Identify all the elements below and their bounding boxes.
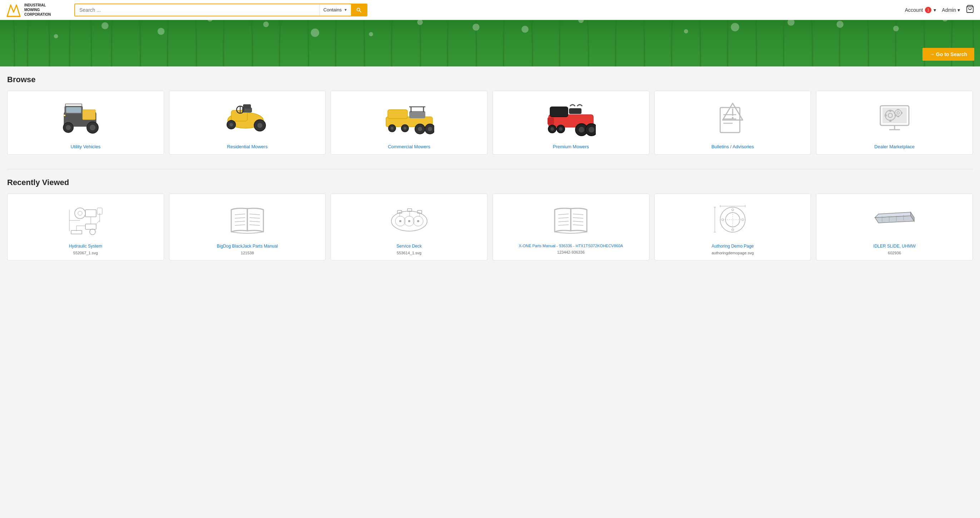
svg-line-116 xyxy=(250,225,260,226)
svg-line-114 xyxy=(250,218,260,218)
premium-mower-svg xyxy=(546,100,596,137)
svg-rect-92 xyxy=(894,112,895,114)
svg-rect-93 xyxy=(901,112,902,114)
browse-title: Browse xyxy=(7,75,973,84)
svg-line-2 xyxy=(360,10,361,12)
recently-card-idler-slide[interactable]: IDLER SLIDE, UHMW 602936 xyxy=(816,194,973,261)
svg-rect-25 xyxy=(66,107,81,113)
svg-point-17 xyxy=(369,32,373,37)
svg-point-33 xyxy=(90,125,95,130)
hydraulic-system-title: Hydraulic System xyxy=(69,243,102,249)
chevron-down-icon: ▾ xyxy=(934,7,936,13)
book-svg-2 xyxy=(553,203,589,235)
chevron-down-icon: ▼ xyxy=(344,8,347,12)
recently-card-service-deck[interactable]: Service Deck 553614_1.svg xyxy=(331,194,487,261)
premium-mowers-label: Premium Mowers xyxy=(553,144,589,149)
svg-line-112 xyxy=(235,225,245,226)
svg-line-138 xyxy=(573,225,583,226)
go-to-search-button[interactable]: → Go to Search xyxy=(923,48,974,61)
browse-card-commercial-mowers[interactable]: Commercial Mowers xyxy=(331,91,487,155)
account-badge: 1 xyxy=(925,7,931,13)
bulletins-image xyxy=(659,97,807,140)
svg-point-52 xyxy=(391,127,393,130)
svg-rect-98 xyxy=(86,210,96,217)
bulletins-advisories-label: Bulletins / Advisories xyxy=(711,144,754,149)
svg-point-68 xyxy=(579,127,584,132)
svg-rect-85 xyxy=(889,120,891,122)
premium-mower-image xyxy=(497,97,645,140)
commercial-mower-image xyxy=(335,97,483,140)
svg-line-134 xyxy=(558,225,569,226)
service-deck-sub: 553614_1.svg xyxy=(397,251,422,255)
svg-line-136 xyxy=(573,218,583,218)
idler-slide-svg xyxy=(873,209,916,230)
dealer-marketplace-svg xyxy=(877,100,912,136)
commercial-mowers-label: Commercial Mowers xyxy=(388,144,430,149)
browse-grid: Utility Vehicles xyxy=(7,91,973,155)
svg-point-31 xyxy=(66,125,71,130)
x-one-parts-manual-title: X-ONE Parts Manual - 936336 - HTX1TS072K… xyxy=(519,243,623,249)
recently-card-authoring-demo[interactable]: Authoring Demo Page authoringdemopage.sv… xyxy=(654,194,811,261)
logo-text: INDUSTRIAL MOWING CORPORATION xyxy=(24,3,51,17)
account-button[interactable]: Account 1 ▾ xyxy=(905,7,936,13)
svg-line-115 xyxy=(250,221,260,222)
svg-rect-46 xyxy=(388,110,407,119)
svg-point-96 xyxy=(75,208,86,219)
search-input[interactable] xyxy=(75,4,320,16)
browse-card-residential-mowers[interactable]: Residential Mowers xyxy=(169,91,326,155)
svg-rect-100 xyxy=(86,224,96,229)
x-one-parts-manual-sub: 123442-936336 xyxy=(557,250,585,254)
svg-point-14 xyxy=(54,34,58,38)
svg-line-133 xyxy=(558,221,569,222)
service-deck-svg xyxy=(390,203,429,235)
recently-card-x-one-parts-manual[interactable]: X-ONE Parts Manual - 936336 - HTX1TS072K… xyxy=(493,194,649,261)
browse-card-utility-vehicles[interactable]: Utility Vehicles xyxy=(7,91,164,155)
recently-card-bigdog-parts-manual[interactable]: BigDog BlackJack Parts Manual 121538 xyxy=(169,194,326,261)
recently-viewed-section: Recently Viewed xyxy=(7,178,973,261)
hydraulic-system-svg xyxy=(66,203,105,237)
svg-rect-38 xyxy=(243,104,251,109)
bigdog-parts-manual-sub: 121538 xyxy=(241,251,254,255)
residential-mower-svg xyxy=(222,100,272,137)
svg-rect-4 xyxy=(0,20,980,67)
svg-point-11 xyxy=(731,23,740,32)
service-deck-title: Service Deck xyxy=(396,243,422,249)
svg-rect-62 xyxy=(569,108,582,114)
logo-icon xyxy=(6,2,21,18)
hydraulic-system-image xyxy=(12,200,159,239)
recently-viewed-title: Recently Viewed xyxy=(7,178,973,187)
svg-point-54 xyxy=(404,127,406,130)
book-svg-1 xyxy=(229,203,265,235)
idler-slide-title: IDLER SLIDE, UHMW xyxy=(873,243,916,249)
browse-card-dealer-marketplace[interactable]: Dealer Marketplace xyxy=(816,91,973,155)
svg-rect-29 xyxy=(83,110,95,120)
authoring-demo-svg xyxy=(713,203,752,237)
authoring-demo-sub: authoringdemopage.svg xyxy=(711,251,754,255)
idler-slide-sub: 602936 xyxy=(888,251,901,255)
bigdog-parts-manual-title: BigDog BlackJack Parts Manual xyxy=(217,243,278,249)
svg-point-121 xyxy=(399,220,401,222)
recently-viewed-grid: Hydraulic System 552067_1.svg xyxy=(7,194,973,261)
browse-card-bulletins-advisories[interactable]: Bulletins / Advisories xyxy=(654,91,811,155)
recently-card-hydraulic-system[interactable]: Hydraulic System 552067_1.svg xyxy=(7,194,164,261)
idler-slide-image xyxy=(821,200,968,239)
cart-button[interactable] xyxy=(966,5,974,15)
browse-card-premium-mowers[interactable]: Premium Mowers xyxy=(493,91,649,155)
svg-point-20 xyxy=(684,29,688,33)
dealer-marketplace-label: Dealer Marketplace xyxy=(874,144,915,149)
svg-point-44 xyxy=(257,123,262,128)
svg-point-12 xyxy=(836,21,843,28)
search-button[interactable] xyxy=(351,4,367,16)
search-area: Contains ▼ xyxy=(74,3,368,16)
hydraulic-system-sub: 552067_1.svg xyxy=(73,251,98,255)
residential-mower-image xyxy=(174,97,321,140)
svg-line-135 xyxy=(573,214,583,215)
commercial-mower-svg xyxy=(384,100,434,137)
admin-button[interactable]: Admin ▾ xyxy=(942,7,960,13)
svg-line-113 xyxy=(250,214,260,215)
header: INDUSTRIAL MOWING CORPORATION Contains ▼… xyxy=(0,0,980,20)
search-filter-dropdown[interactable]: Contains ▼ xyxy=(320,4,351,16)
svg-point-70 xyxy=(589,127,594,132)
authoring-demo-image xyxy=(659,200,807,239)
svg-point-56 xyxy=(418,127,422,131)
